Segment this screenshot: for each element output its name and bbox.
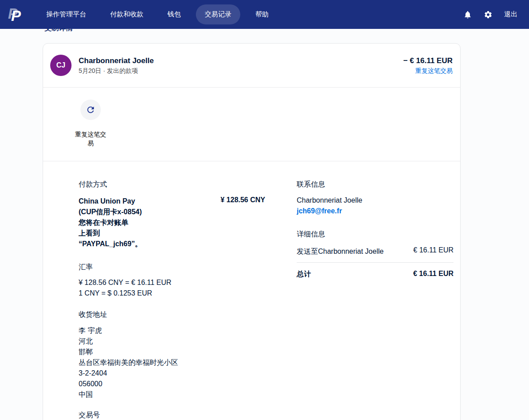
total-label: 总计 bbox=[297, 270, 311, 279]
breakdown-row-value: € 16.11 EUR bbox=[414, 246, 453, 257]
counterparty-name: Charbonneriat Joelle bbox=[79, 56, 154, 66]
refresh-icon bbox=[86, 105, 95, 115]
notifications-bell-icon[interactable] bbox=[463, 10, 472, 19]
contact-email-link[interactable]: jch69@free.fr bbox=[297, 206, 453, 216]
top-navigation: P P 操作管理平台 付款和收款 钱包 交易记录 帮助 退出 bbox=[0, 0, 529, 29]
nav-item-help[interactable]: 帮助 bbox=[247, 4, 278, 24]
transaction-meta: 5月20日 · 发出的款项 bbox=[79, 67, 154, 75]
shipping-address-value: 李 宇虎 河北 邯郸 丛台区幸福街美的幸福时光小区 3-2-2404 05600… bbox=[79, 325, 265, 400]
shipping-address-title: 收货地址 bbox=[79, 310, 265, 320]
transaction-header: CJ Charbonneriat Joelle 5月20日 · 发出的款项 − … bbox=[43, 44, 460, 88]
payment-method-description: China Union Pay (CUP信用卡x-0854) 您将在卡对账单 上… bbox=[79, 196, 187, 249]
transaction-detail-card: CJ Charbonneriat Joelle 5月20日 · 发出的款项 − … bbox=[43, 43, 461, 420]
transaction-details: 付款方式 China Union Pay (CUP信用卡x-0854) 您将在卡… bbox=[43, 161, 460, 420]
repeat-transaction-label: 重复这笔交易 bbox=[74, 130, 107, 148]
contact-name: Charbonneriat Joelle bbox=[297, 195, 453, 206]
breakdown-row: 发送至Charbonneriat Joelle € 16.11 EUR bbox=[297, 246, 453, 257]
details-left-column: 付款方式 China Union Pay (CUP信用卡x-0854) 您将在卡… bbox=[79, 180, 265, 420]
nav-item-dashboard[interactable]: 操作管理平台 bbox=[37, 4, 95, 24]
breakdown-title: 详细信息 bbox=[297, 230, 453, 239]
repeat-transaction-button[interactable]: 重复这笔交易 bbox=[70, 100, 111, 148]
transaction-id-title: 交易号 bbox=[79, 411, 265, 420]
paypal-logo-icon[interactable]: P P bbox=[6, 5, 24, 24]
transaction-amount: − € 16.11 EUR bbox=[403, 56, 453, 66]
exchange-rate-title: 汇率 bbox=[79, 263, 265, 272]
nav-item-payments[interactable]: 付款和收款 bbox=[101, 4, 152, 24]
settings-gear-icon[interactable] bbox=[484, 10, 493, 19]
total-value: € 16.11 EUR bbox=[413, 270, 453, 279]
breakdown-total-row: 总计 € 16.11 EUR bbox=[297, 263, 453, 279]
contact-info-title: 联系信息 bbox=[297, 180, 453, 189]
payment-method-title: 付款方式 bbox=[79, 180, 265, 189]
nav-item-activity[interactable]: 交易记录 bbox=[196, 4, 240, 24]
avatar: CJ bbox=[50, 55, 72, 76]
details-right-column: 联系信息 Charbonneriat Joelle jch69@free.fr … bbox=[297, 180, 453, 420]
exchange-rate-values: ¥ 128.56 CNY = € 16.11 EUR 1 CNY = $ 0.1… bbox=[79, 277, 265, 299]
nav-item-wallet[interactable]: 钱包 bbox=[159, 4, 190, 24]
payment-method-amount: ¥ 128.56 CNY bbox=[220, 196, 265, 249]
logout-link[interactable]: 退出 bbox=[504, 10, 517, 19]
transaction-actions: 重复这笔交易 bbox=[43, 88, 460, 161]
nav-menu: 操作管理平台 付款和收款 钱包 交易记录 帮助 bbox=[37, 4, 278, 24]
repeat-transaction-link[interactable]: 重复这笔交易 bbox=[403, 67, 453, 75]
breakdown-row-label: 发送至Charbonneriat Joelle bbox=[297, 246, 388, 257]
